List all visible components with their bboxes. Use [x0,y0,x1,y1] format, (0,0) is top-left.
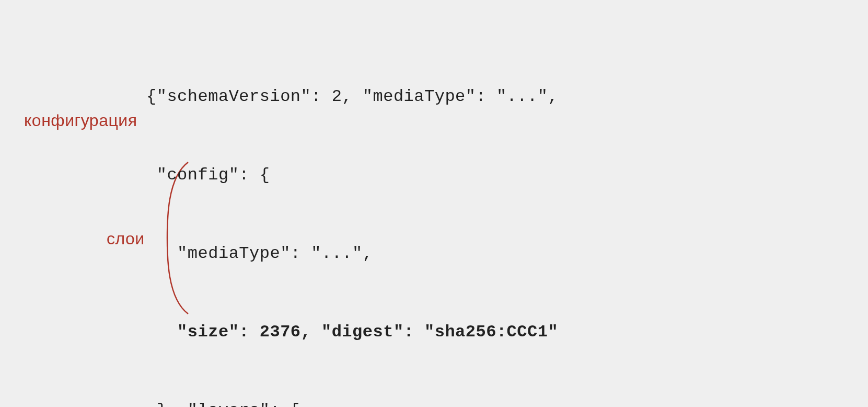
code-line: "config": { [146,162,610,188]
diagram-stage: конфигурация слои {"schemaVersion": 2, "… [0,0,868,407]
code-bold: "size": 2376, "digest": "sha256:CCC1" [177,322,558,342]
code-line: }, "layers": [ [146,398,610,407]
code-line: "size": 2376, "digest": "sha256:CCC1" [146,319,610,345]
code-block: {"schemaVersion": 2, "mediaType": "...",… [146,31,610,407]
code-text [146,322,177,342]
code-line: "mediaType": "...", [146,241,610,267]
annotation-layers: слои [107,229,145,248]
annotation-config: конфигурация [24,111,137,130]
code-line: {"schemaVersion": 2, "mediaType": "...", [146,84,610,110]
